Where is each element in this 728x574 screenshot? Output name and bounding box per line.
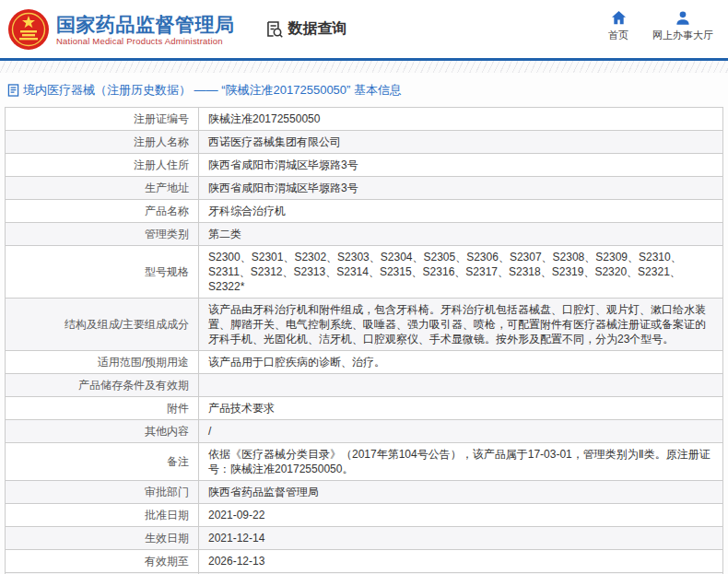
table-row: 生效日期2021-12-14 [6, 527, 723, 550]
row-value: 产品技术要求 [199, 397, 723, 420]
row-value: 陕西省咸阳市渭城区毕塬路3号 [199, 177, 723, 200]
table-row: 有效期至2026-12-13 [6, 550, 723, 573]
row-label: 附件 [6, 397, 199, 420]
table-row: 注册人名称西诺医疗器械集团有限公司 [6, 131, 723, 154]
row-value: 陕械注准20172550050 [199, 108, 723, 131]
header-nav: 首页 网上办事大厅 [608, 11, 713, 42]
info-table: 注册证编号陕械注准20172550050注册人名称西诺医疗器械集团有限公司注册人… [5, 107, 723, 574]
table-row: 注册证编号陕械注准20172550050 [6, 108, 723, 131]
document-icon [7, 84, 23, 97]
row-value: 第二类 [199, 223, 723, 246]
row-label: 审批部门 [6, 481, 199, 504]
nav-hall-label: 网上办事大厅 [652, 29, 713, 42]
main-content: 境内医疗器械（注册历史数据） —— “陕械注准20172550050” 基本信息… [0, 73, 728, 574]
document-search-icon [264, 19, 288, 39]
table-row: 结构及组成/主要组成成分该产品由牙科治疗机和附件组成，包含牙科椅。牙科治疗机包括… [6, 299, 723, 351]
table-row: 产品名称牙科综合治疗机 [6, 200, 723, 223]
table-row: 生产地址陕西省咸阳市渭城区毕塬路3号 [6, 177, 723, 200]
row-value: 该产品用于口腔疾病的诊断、治疗。 [199, 351, 723, 374]
data-query-nav[interactable]: 数据查询 [264, 19, 347, 39]
row-label: 注册人住所 [6, 154, 199, 177]
row-value: 2021-09-22 [199, 504, 723, 527]
nav-home[interactable]: 首页 [608, 11, 628, 42]
row-label: 产品名称 [6, 200, 199, 223]
user-icon [675, 11, 690, 25]
org-title: 国家药品监督管理局 [56, 13, 235, 36]
row-label: 适用范围/预期用途 [6, 351, 199, 374]
table-row: 批准日期2021-09-22 [6, 504, 723, 527]
row-label: 产品储存条件及有效期 [6, 374, 199, 397]
row-value: 陕西省药品监督管理局 [199, 481, 723, 504]
table-row: 备注依据《医疗器械分类目录》（2017年第104号公告），该产品属于17-03-… [6, 443, 723, 481]
row-label: 注册人名称 [6, 131, 199, 154]
row-value: 依据《医疗器械分类目录》（2017年第104号公告），该产品属于17-03-01… [199, 443, 723, 481]
site-header: 国家药品监督管理局 National Medical Products Admi… [0, 0, 728, 58]
table-row: 适用范围/预期用途该产品用于口腔疾病的诊断、治疗。 [6, 351, 723, 374]
table-row: 注册人住所陕西省咸阳市渭城区毕塬路3号 [6, 154, 723, 177]
row-value: 该产品由牙科治疗机和附件组成，包含牙科椅。牙科治疗机包括器械盘、口腔灯、观片灯、… [199, 299, 723, 351]
row-label: 管理类别 [6, 223, 199, 246]
table-row: 审批部门陕西省药品监督管理局 [6, 481, 723, 504]
row-value: 2021-12-14 [199, 527, 723, 550]
row-label: 型号规格 [6, 246, 199, 299]
row-value: 陕西省咸阳市渭城区毕塬路3号 [199, 154, 723, 177]
row-label: 注册证编号 [6, 108, 199, 131]
table-row: 附件产品技术要求 [6, 397, 723, 420]
row-label: 结构及组成/主要组成成分 [6, 299, 199, 351]
table-row: 其他内容/ [6, 420, 723, 443]
nav-service-hall[interactable]: 网上办事大厅 [652, 11, 713, 42]
org-subtitle: National Medical Products Administration [56, 36, 235, 46]
page-title-text: 境内医疗器械（注册历史数据） —— “陕械注准20172550050” 基本信息 [23, 82, 402, 99]
row-label: 生产地址 [6, 177, 199, 200]
table-row: 管理类别第二类 [6, 223, 723, 246]
page-title: 境内医疗器械（注册历史数据） —— “陕械注准20172550050” 基本信息 [5, 73, 723, 107]
site-logo[interactable]: 国家药品监督管理局 National Medical Products Admi… [7, 8, 235, 51]
home-icon [611, 11, 627, 25]
row-value: / [199, 420, 723, 443]
row-value: S2300、S2301、S2302、S2303、S2304、S2305、S230… [199, 246, 723, 299]
row-value: 2026-12-13 [199, 550, 723, 573]
row-label: 生效日期 [6, 527, 199, 550]
row-value: 西诺医疗器械集团有限公司 [199, 131, 723, 154]
data-query-label: 数据查询 [288, 19, 347, 39]
row-label: 有效期至 [6, 550, 199, 573]
row-value [199, 374, 723, 397]
china-national-emblem-icon [7, 8, 50, 51]
nav-home-label: 首页 [608, 29, 628, 42]
table-row: 型号规格S2300、S2301、S2302、S2303、S2304、S2305、… [6, 246, 723, 299]
hatch-strip [0, 61, 728, 73]
table-row: 产品储存条件及有效期 [6, 374, 723, 397]
row-label: 其他内容 [6, 420, 199, 443]
row-label: 批准日期 [6, 504, 199, 527]
info-table-body: 注册证编号陕械注准20172550050注册人名称西诺医疗器械集团有限公司注册人… [6, 108, 723, 574]
row-value: 牙科综合治疗机 [199, 200, 723, 223]
row-label: 备注 [6, 443, 199, 481]
